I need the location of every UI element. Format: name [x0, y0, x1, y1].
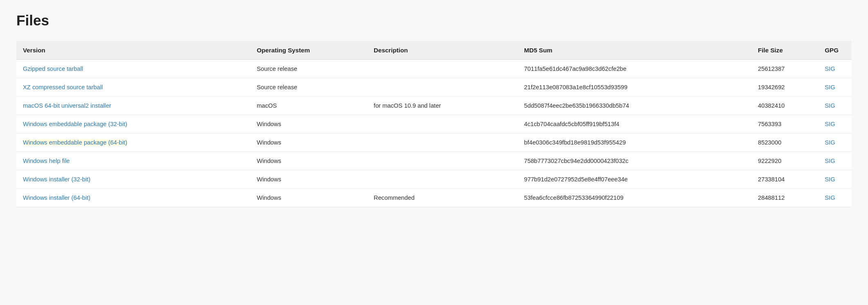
version-link[interactable]: XZ compressed source tarball — [23, 84, 103, 90]
cell-gpg: SIG — [818, 133, 852, 152]
cell-gpg: SIG — [818, 189, 852, 207]
cell-filesize: 25612387 — [751, 60, 818, 78]
cell-gpg: SIG — [818, 152, 852, 170]
cell-description: for macOS 10.9 and later — [367, 97, 518, 115]
cell-md5: bf4e0306c349fbd18e9819d53f955429 — [518, 133, 751, 152]
cell-gpg: SIG — [818, 97, 852, 115]
cell-version: Windows embeddable package (64-bit) — [16, 133, 250, 152]
cell-os: Windows — [250, 133, 367, 152]
cell-md5: 977b91d2e0727952d5e8e4ff07eee34e — [518, 170, 751, 189]
table-row: macOS 64-bit universal2 installer macOS … — [16, 97, 852, 115]
cell-os: Windows — [250, 170, 367, 189]
header-os: Operating System — [250, 41, 367, 60]
cell-md5: 7011fa5e61dc467ac9a98c3d62cfe2be — [518, 60, 751, 78]
cell-version: Windows installer (32-bit) — [16, 170, 250, 189]
table-row: Windows installer (64-bit) Windows Recom… — [16, 189, 852, 207]
header-md5: MD5 Sum — [518, 41, 751, 60]
table-row: Windows installer (32-bit) Windows 977b9… — [16, 170, 852, 189]
sig-link[interactable]: SIG — [825, 176, 835, 183]
table-row: Windows help file Windows 758b7773027cbc… — [16, 152, 852, 170]
cell-description — [367, 133, 518, 152]
cell-gpg: SIG — [818, 115, 852, 133]
table-row: Gzipped source tarball Source release 70… — [16, 60, 852, 78]
page-title: Files — [16, 12, 852, 29]
cell-gpg: SIG — [818, 78, 852, 97]
cell-os: macOS — [250, 97, 367, 115]
cell-os: Windows — [250, 189, 367, 207]
cell-description — [367, 60, 518, 78]
header-gpg: GPG — [818, 41, 852, 60]
sig-link[interactable]: SIG — [825, 139, 835, 146]
version-link[interactable]: Windows installer (32-bit) — [23, 176, 90, 183]
sig-link[interactable]: SIG — [825, 66, 835, 72]
cell-os: Source release — [250, 60, 367, 78]
sig-link[interactable]: SIG — [825, 84, 835, 90]
cell-filesize: 8523000 — [751, 133, 818, 152]
cell-md5: 5dd5087f4eec2be635b1966330db5b74 — [518, 97, 751, 115]
cell-gpg: SIG — [818, 60, 852, 78]
cell-description — [367, 152, 518, 170]
cell-version: Windows embeddable package (32-bit) — [16, 115, 250, 133]
cell-filesize: 7563393 — [751, 115, 818, 133]
cell-md5: 53fea6cfcce86fb87253364990f22109 — [518, 189, 751, 207]
table-header-row: Version Operating System Description MD5… — [16, 41, 852, 60]
cell-version: XZ compressed source tarball — [16, 78, 250, 97]
table-row: Windows embeddable package (32-bit) Wind… — [16, 115, 852, 133]
cell-filesize: 27338104 — [751, 170, 818, 189]
cell-md5: 4c1cb704caafdc5cbf05ff919bf513f4 — [518, 115, 751, 133]
cell-description — [367, 78, 518, 97]
sig-link[interactable]: SIG — [825, 158, 835, 164]
sig-link[interactable]: SIG — [825, 121, 835, 127]
cell-os: Windows — [250, 115, 367, 133]
cell-filesize: 9222920 — [751, 152, 818, 170]
version-link[interactable]: Windows installer (64-bit) — [23, 194, 90, 201]
cell-md5: 758b7773027cbc94e2dd0000423f032c — [518, 152, 751, 170]
version-link[interactable]: Gzipped source tarball — [23, 66, 83, 72]
cell-os: Windows — [250, 152, 367, 170]
table-row: Windows embeddable package (64-bit) Wind… — [16, 133, 852, 152]
cell-os: Source release — [250, 78, 367, 97]
table-row: XZ compressed source tarball Source rele… — [16, 78, 852, 97]
cell-description — [367, 115, 518, 133]
cell-filesize: 19342692 — [751, 78, 818, 97]
cell-description: Recommended — [367, 189, 518, 207]
header-description: Description — [367, 41, 518, 60]
sig-link[interactable]: SIG — [825, 194, 835, 201]
header-version: Version — [16, 41, 250, 60]
version-link[interactable]: Windows embeddable package (64-bit) — [23, 139, 127, 146]
cell-filesize: 40382410 — [751, 97, 818, 115]
version-link[interactable]: Windows embeddable package (32-bit) — [23, 121, 127, 127]
header-filesize: File Size — [751, 41, 818, 60]
cell-gpg: SIG — [818, 170, 852, 189]
sig-link[interactable]: SIG — [825, 102, 835, 109]
cell-version: Windows help file — [16, 152, 250, 170]
version-link[interactable]: Windows help file — [23, 158, 70, 164]
cell-description — [367, 170, 518, 189]
files-table: Version Operating System Description MD5… — [16, 41, 852, 207]
cell-version: macOS 64-bit universal2 installer — [16, 97, 250, 115]
cell-filesize: 28488112 — [751, 189, 818, 207]
version-link[interactable]: macOS 64-bit universal2 installer — [23, 102, 111, 109]
cell-md5: 21f2e113e087083a1e8cf10553d93599 — [518, 78, 751, 97]
cell-version: Windows installer (64-bit) — [16, 189, 250, 207]
cell-version: Gzipped source tarball — [16, 60, 250, 78]
